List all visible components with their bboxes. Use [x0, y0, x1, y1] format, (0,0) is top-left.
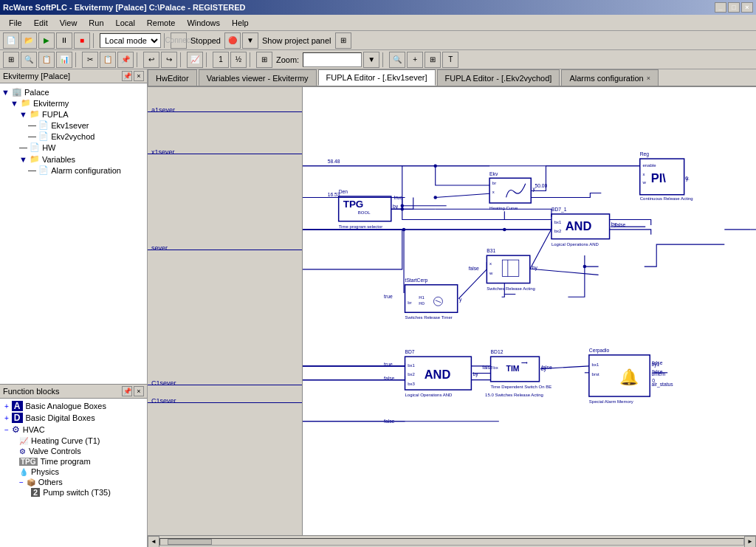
- chart-button[interactable]: 📈: [187, 52, 203, 68]
- value-false-bd12: false: [482, 365, 492, 370]
- tree-item-fupla[interactable]: ▼ 📁 FUPLA: [1, 109, 145, 120]
- cut-button[interactable]: ✂: [82, 52, 98, 68]
- add-button[interactable]: +: [407, 52, 423, 68]
- svg-text:br: br: [492, 181, 496, 185]
- menu-edit[interactable]: Edit: [28, 17, 54, 29]
- tree-item-alarm-config[interactable]: — 📄 Alarm configuration: [1, 165, 145, 176]
- fb-item-physics[interactable]: 💧 Physics: [1, 467, 145, 477]
- restore-button[interactable]: □: [728, 2, 740, 13]
- block-cerpadlo[interactable]: Cerpadlo bx1 brst 🔔 by1 bmem alr_status …: [589, 348, 673, 404]
- scroll-left-button[interactable]: ◄: [148, 536, 159, 548]
- fb-item-heating-curve[interactable]: 📈 Heating Curve (T1): [1, 436, 145, 446]
- svg-text:x: x: [492, 190, 495, 194]
- tree-item-variables[interactable]: ▼ 📁 Variables: [1, 154, 145, 165]
- mode-selector[interactable]: Local mode: [100, 33, 161, 48]
- tb2-btn1[interactable]: ⊞: [3, 52, 19, 68]
- panel-toggle-button[interactable]: ⊞: [335, 32, 351, 49]
- close-button[interactable]: ×: [741, 2, 753, 13]
- grid-button[interactable]: ⊞: [256, 52, 272, 68]
- main-layout: Ekvitermy [Palace] 📌 × ▼ 🏢 Palace ▼ 📁 Ek…: [0, 69, 756, 547]
- table-button[interactable]: ⊞: [425, 52, 441, 68]
- tree-item-ekvitermy[interactable]: ▼ 📁 Ekvitermy: [1, 97, 145, 109]
- scroll-track[interactable]: [159, 538, 744, 546]
- physics-icon: 💧: [19, 468, 28, 476]
- value-false-b31: false: [469, 266, 479, 271]
- search-button[interactable]: 🔍: [389, 52, 405, 68]
- tab-fupla-ekv1sever[interactable]: FUPLA Editor - [.Ekv1sever]: [318, 69, 436, 86]
- separator5: [180, 52, 184, 67]
- menu-local[interactable]: Local: [110, 17, 141, 29]
- block-bd7[interactable]: BD7 bx1 bx2 bx3 AND by Logical Operation…: [405, 349, 479, 397]
- tree-item-ekv2vychod[interactable]: — 📄 Ekv2vychod: [1, 131, 145, 142]
- block-ekv[interactable]: Ekv br x y Heating Curve: [489, 171, 535, 210]
- paste-button[interactable]: 📌: [117, 52, 134, 68]
- window-controls[interactable]: _ □ ×: [715, 2, 753, 13]
- menu-windows[interactable]: Windows: [181, 17, 226, 29]
- svg-text:by: by: [532, 265, 538, 271]
- open-button[interactable]: 📂: [21, 32, 37, 49]
- signal-a1sever: a1sever: [151, 106, 175, 114]
- fb-item-others[interactable]: − 📦 Others: [1, 477, 145, 487]
- fb-item-basic-digital[interactable]: + D Basic Digital Boxes: [1, 412, 145, 424]
- menu-help[interactable]: Help: [226, 17, 255, 29]
- block-tstart[interactable]: tStartCerp br H1 H0 y Switches Release T…: [405, 278, 462, 320]
- tab-hweditor[interactable]: HwEditor: [148, 69, 197, 86]
- zoom-label: Zoom:: [274, 55, 301, 64]
- pause-button[interactable]: ⏸: [56, 32, 72, 49]
- tree-item-ekv1sever[interactable]: — 📄 Ekv1sever: [1, 120, 145, 131]
- junction-sever: [402, 228, 405, 231]
- tree-item-hw[interactable]: — 📄 HW: [1, 142, 145, 153]
- svg-rect-31: [487, 255, 529, 283]
- hline1: [148, 111, 302, 112]
- fb-item-hvac[interactable]: − ⚙ HVAC: [1, 424, 145, 436]
- connect-button[interactable]: Connect: [171, 32, 187, 49]
- svg-text:Switches Release Acting: Switches Release Acting: [487, 286, 535, 291]
- menu-remote[interactable]: Remote: [141, 17, 182, 29]
- tree-item-palace[interactable]: ▼ 🏢 Palace: [1, 86, 145, 97]
- menu-run[interactable]: Run: [83, 17, 109, 29]
- function-blocks-panel: Function blocks 📌 × + A Basic Analogue B…: [0, 385, 147, 547]
- dropdown-btn[interactable]: ▼: [242, 32, 258, 49]
- tab-alarms[interactable]: Alarms configuration ×: [561, 69, 659, 86]
- pump-icon: 2: [31, 488, 40, 497]
- tb2-btn6[interactable]: ½: [230, 52, 247, 68]
- new-button[interactable]: 📄: [3, 32, 19, 49]
- canvas-area: a1sever x1sever sever C1sever C1sever: [148, 87, 756, 535]
- block-bd7-1[interactable]: BD7_1 bx1 bx2 AND by Logical Operations …: [551, 207, 617, 246]
- panel-close-button[interactable]: ×: [134, 71, 144, 81]
- block-tpg[interactable]: Den TPG BOOL by Time program selector: [339, 189, 399, 228]
- menu-view[interactable]: View: [54, 17, 83, 29]
- tb2-btn5[interactable]: 1: [213, 52, 229, 68]
- tab-variables-viewer[interactable]: Variables viewer - Ekvitermy: [199, 69, 317, 86]
- fb-content: + A Basic Analogue Boxes + D Basic Digit…: [0, 399, 147, 543]
- stop-button[interactable]: ■: [74, 32, 90, 49]
- menu-file[interactable]: File: [3, 17, 28, 29]
- tb2-btn4[interactable]: 📊: [56, 52, 72, 68]
- run-button[interactable]: ▶: [38, 32, 55, 49]
- svg-text:TPG: TPG: [343, 199, 364, 210]
- fb-item-basic-analogue[interactable]: + A Basic Analogue Boxes: [1, 400, 145, 412]
- tab-close-button[interactable]: ×: [647, 75, 650, 82]
- copy-button[interactable]: 📋: [100, 52, 116, 68]
- scroll-thumb[interactable]: [168, 539, 212, 545]
- minimize-button[interactable]: _: [715, 2, 726, 13]
- fb-item-pump-switch[interactable]: 2 Pump switch (T35): [1, 487, 145, 498]
- text-button[interactable]: T: [442, 52, 458, 68]
- tb2-btn2[interactable]: 🔍: [21, 52, 37, 68]
- svg-text:H0: H0: [419, 302, 425, 306]
- separator7: [250, 52, 253, 67]
- zoom-input[interactable]: [303, 52, 362, 67]
- undo-button[interactable]: ↩: [143, 52, 159, 68]
- fb-item-valve-controls[interactable]: ⚙ Valve Controls: [1, 446, 145, 456]
- fb-pin-button[interactable]: 📌: [122, 386, 132, 396]
- tb2-btn3[interactable]: 📋: [38, 52, 55, 68]
- redo-button[interactable]: ↪: [161, 52, 177, 68]
- zoom-dropdown[interactable]: ▼: [363, 52, 379, 68]
- fb-close-button[interactable]: ×: [134, 386, 144, 396]
- value-true2: true: [384, 294, 393, 299]
- scroll-right-button[interactable]: ►: [744, 536, 756, 548]
- tab-fupla-ekv2vychod[interactable]: FUPLA Editor - [.Ekv2vychod]: [437, 69, 560, 86]
- panel-pin-button[interactable]: 📌: [122, 71, 132, 81]
- fb-item-time-program[interactable]: TPG Time program: [1, 456, 145, 467]
- svg-text:PI\: PI\: [651, 171, 667, 185]
